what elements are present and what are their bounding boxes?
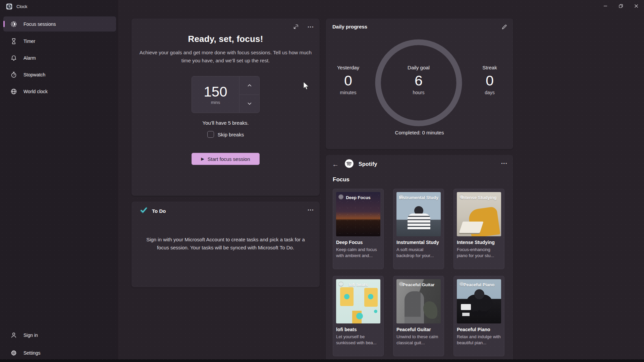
playlist-tile[interactable]: Deep Focus Deep Focus Keep calm and focu… <box>333 189 384 269</box>
sign-in-label: Sign in <box>23 333 38 338</box>
back-arrow-icon[interactable]: ← <box>331 161 340 168</box>
clock-app-icon <box>6 3 12 10</box>
playlist-tile[interactable]: Instrumental Study Instrumental Study A … <box>393 189 444 269</box>
playlist-artwork: Peaceful Piano <box>457 279 501 323</box>
focus-sessions-icon <box>10 20 17 28</box>
popout-icon[interactable] <box>290 22 302 32</box>
globe-icon <box>10 88 17 95</box>
person-icon <box>10 331 17 339</box>
playlist-artwork: Intense Studying <box>457 192 501 236</box>
playlist-tile[interactable]: Peaceful Guitar Peaceful Guitar Unwind t… <box>393 276 444 356</box>
sidebar-item-label: Stopwatch <box>23 72 45 77</box>
mouse-cursor <box>303 81 310 92</box>
edit-pencil-icon[interactable] <box>498 22 510 32</box>
hourglass-icon <box>10 38 17 45</box>
sidebar-item-label: World clock <box>23 89 48 94</box>
focus-title: Ready, set, focus! <box>131 34 320 44</box>
sidebar-item-stopwatch[interactable]: Stopwatch <box>3 67 116 82</box>
sidebar-item-world-clock[interactable]: World clock <box>3 84 116 99</box>
playlist-tile[interactable]: Peaceful Piano Peaceful Piano Relax and … <box>453 276 504 356</box>
stat-yesterday: Yesterday 0 minutes <box>326 65 370 95</box>
todo-card: To Do ••• Sign in with your Microsoft Ac… <box>131 201 320 287</box>
breaks-note: You’ll have 5 breaks. <box>131 120 320 126</box>
settings-button[interactable]: Settings <box>3 346 116 360</box>
skip-breaks-checkbox[interactable] <box>207 131 214 138</box>
completed-text: Completed: 0 minutes <box>326 130 513 135</box>
playlist-artwork: Deep Focus <box>336 192 380 236</box>
stat-streak: Streak 0 days <box>468 65 512 95</box>
stat-daily-goal: Daily goal 6 hours <box>397 65 440 95</box>
spotify-section-heading: Focus <box>333 176 350 183</box>
todo-title: To Do <box>152 208 166 214</box>
sidebar-item-label: Focus sessions <box>23 21 56 27</box>
window-controls <box>598 0 644 12</box>
title-bar: Clock <box>0 0 644 13</box>
window-bottom-edge <box>0 359 644 362</box>
playlist-artwork: Peaceful Guitar <box>396 279 441 323</box>
focus-subtitle: Achieve your goals and get more done wit… <box>137 49 315 65</box>
increase-duration-button[interactable] <box>239 76 259 95</box>
play-icon: ▶ <box>201 157 204 161</box>
playlist-artwork: lofi beats <box>336 279 380 323</box>
sidebar-item-label: Timer <box>23 39 35 44</box>
more-options-icon[interactable]: ••• <box>305 205 316 215</box>
spotify-brand: Spotify <box>359 161 377 167</box>
minimize-button[interactable] <box>598 0 613 12</box>
daily-progress-title: Daily progress <box>332 24 367 29</box>
settings-label: Settings <box>23 350 41 356</box>
window-title: Clock <box>16 4 28 9</box>
sign-in-button[interactable]: Sign in <box>3 328 116 343</box>
stopwatch-icon <box>10 71 17 78</box>
playlist-artwork: Instrumental Study <box>396 192 441 236</box>
duration-stepper[interactable]: 150 mins <box>192 76 260 113</box>
gear-icon <box>10 349 17 357</box>
sidebar-item-timer[interactable]: Timer <box>3 34 116 49</box>
start-focus-session-button[interactable]: ▶ Start focus session <box>192 153 260 165</box>
sidebar: Focus sessions Timer Alarm Stopwatch <box>0 0 118 359</box>
sidebar-item-label: Alarm <box>23 55 36 61</box>
spotify-card: ← Spotify ••• Focus Deep Focus Deep Focu… <box>326 155 513 359</box>
more-options-icon[interactable]: ••• <box>305 22 316 32</box>
more-options-icon[interactable]: ••• <box>498 158 510 168</box>
daily-progress-card: Daily progress Yesterday 0 minutes Daily… <box>326 18 513 149</box>
todo-body-text: Sign in with your Microsoft Account to c… <box>145 236 306 252</box>
skip-breaks-label: Skip breaks <box>218 132 244 137</box>
decrease-duration-button[interactable] <box>239 95 259 113</box>
duration-value: 150 <box>204 84 227 99</box>
duration-unit: mins <box>211 100 220 105</box>
sidebar-item-alarm[interactable]: Alarm <box>3 50 116 65</box>
playlist-tile[interactable]: lofi beats lofi beats Let yourself be su… <box>333 276 384 356</box>
playlist-tile[interactable]: Intense Studying Intense Studying Focus-… <box>453 189 504 269</box>
sidebar-item-focus-sessions[interactable]: Focus sessions <box>3 16 116 32</box>
spotify-logo-icon <box>344 159 354 170</box>
todo-check-icon <box>140 206 148 216</box>
close-button[interactable] <box>629 0 644 12</box>
focus-session-card: ••• Ready, set, focus! Achieve your goal… <box>131 18 320 196</box>
maximize-restore-button[interactable] <box>613 0 629 12</box>
bell-icon <box>10 54 17 62</box>
